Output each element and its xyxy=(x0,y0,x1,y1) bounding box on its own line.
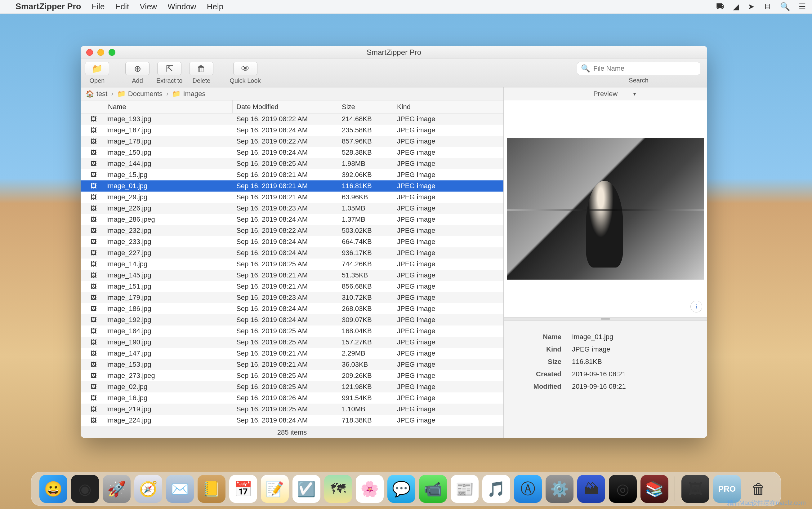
column-date[interactable]: Date Modified xyxy=(233,100,338,113)
table-row[interactable]: 🖼Image_233.jpgSep 16, 2019 08:24 AM664.7… xyxy=(80,236,504,247)
table-row[interactable]: 🖼Image_153.jpgSep 16, 2019 08:21 AM36.03… xyxy=(80,359,504,370)
table-row[interactable]: 🖼Image_190.jpgSep 16, 2019 08:25 AM157.2… xyxy=(80,337,504,348)
add-button[interactable]: ⊕ Add xyxy=(125,62,150,84)
info-icon[interactable]: i xyxy=(690,301,702,312)
chevron-down-icon[interactable]: ▾ xyxy=(634,91,636,97)
file-icon: 🖼 xyxy=(89,182,98,190)
dock-photos[interactable]: 🌸 xyxy=(356,475,384,503)
close-button[interactable] xyxy=(86,49,93,56)
file-list[interactable]: 🖼Image_193.jpgSep 16, 2019 08:22 AM214.6… xyxy=(80,113,504,427)
dock-messages[interactable]: 💬 xyxy=(387,475,415,503)
table-row[interactable]: 🖼Image_184.jpgSep 16, 2019 08:25 AM168.0… xyxy=(80,326,504,337)
table-row[interactable]: 🖼Image_150.jpgSep 16, 2019 08:24 AM528.3… xyxy=(80,147,504,158)
preview-header[interactable]: Preview ▾ xyxy=(504,88,707,100)
notification-icon[interactable]: ◢ xyxy=(733,2,739,11)
dock-minimized[interactable]: 🖼 xyxy=(681,475,709,503)
table-row[interactable]: 🖼Image_29.jpgSep 16, 2019 08:21 AM63.96K… xyxy=(80,192,504,203)
table-row[interactable]: 🖼Image_193.jpgSep 16, 2019 08:22 AM214.6… xyxy=(80,113,504,125)
menu-edit[interactable]: Edit xyxy=(115,2,129,11)
splitter[interactable] xyxy=(504,317,707,320)
minimize-button[interactable] xyxy=(97,49,104,56)
dock-siri[interactable]: ◉ xyxy=(71,475,99,503)
titlebar[interactable]: SmartZipper Pro xyxy=(80,46,707,59)
dock-app1[interactable]: 🏔 xyxy=(577,475,605,503)
table-row[interactable]: 🖼Image_224.jpgSep 16, 2019 08:24 AM718.3… xyxy=(80,415,504,426)
dock-reminders[interactable]: ☑️ xyxy=(292,475,320,503)
table-row[interactable]: 🖼Image_16.jpgSep 16, 2019 08:26 AM991.54… xyxy=(80,393,504,404)
table-row[interactable]: 🖼Image_14.jpgSep 16, 2019 08:25 AM744.26… xyxy=(80,259,504,270)
table-row[interactable]: 🖼Image_192.jpgSep 16, 2019 08:24 AM309.0… xyxy=(80,314,504,326)
file-size: 856.68KB xyxy=(338,282,393,291)
app-menu[interactable]: SmartZipper Pro xyxy=(15,2,81,11)
file-date: Sep 16, 2019 08:25 AM xyxy=(233,260,338,268)
cursor-icon[interactable]: ➤ xyxy=(748,2,755,11)
table-row[interactable]: 🖼Image_02.jpgSep 16, 2019 08:25 AM121.98… xyxy=(80,381,504,393)
table-row[interactable]: 🖼Image_147.jpgSep 16, 2019 08:21 AM2.29M… xyxy=(80,348,504,359)
list-icon[interactable]: ☰ xyxy=(799,2,806,11)
spotlight-icon[interactable]: 🔍 xyxy=(780,2,790,11)
dock-maps[interactable]: 🗺 xyxy=(324,475,352,503)
dock-finder[interactable]: 😀 xyxy=(39,475,67,503)
home-icon[interactable]: 🏠 xyxy=(86,90,94,98)
file-icon: 🖼 xyxy=(89,194,98,201)
table-row[interactable]: 🖼Image_187.jpgSep 16, 2019 08:24 AM235.5… xyxy=(80,125,504,136)
breadcrumb: 🏠 test › 📁 Documents › 📁 Images xyxy=(80,88,504,100)
table-row[interactable]: 🖼Image_151.jpgSep 16, 2019 08:21 AM856.6… xyxy=(80,281,504,292)
table-row[interactable]: 🖼Image_286.jpegSep 16, 2019 08:24 AM1.37… xyxy=(80,214,504,225)
dock-calendar[interactable]: 📅 xyxy=(229,475,257,503)
open-button[interactable]: 📁 Open xyxy=(85,62,109,84)
crumb-documents[interactable]: Documents xyxy=(128,90,163,98)
dock-itunes[interactable]: 🎵 xyxy=(482,475,510,503)
table-row[interactable]: 🖼Image_178.jpgSep 16, 2019 08:22 AM857.9… xyxy=(80,136,504,147)
column-kind[interactable]: Kind xyxy=(393,100,504,113)
crumb-test[interactable]: test xyxy=(96,90,107,98)
table-row[interactable]: 🖼Image_15.jpgSep 16, 2019 08:21 AM392.06… xyxy=(80,169,504,180)
table-row[interactable]: 🖼Image_273.jpegSep 16, 2019 08:25 AM209.… xyxy=(80,370,504,381)
table-row[interactable]: 🖼Image_01.jpgSep 16, 2019 08:21 AM116.81… xyxy=(80,180,504,192)
dock-mail[interactable]: ✉️ xyxy=(166,475,194,503)
display-icon[interactable]: 🖥 xyxy=(763,2,771,11)
extract-button[interactable]: ⇱ Extract to xyxy=(156,62,183,84)
dock-safari[interactable]: 🧭 xyxy=(134,475,162,503)
dock-contacts[interactable]: 📒 xyxy=(198,475,226,503)
file-icon: 🖼 xyxy=(89,238,98,245)
menu-help[interactable]: Help xyxy=(207,2,223,11)
table-row[interactable]: 🖼Image_186.jpgSep 16, 2019 08:24 AM268.0… xyxy=(80,303,504,314)
delete-button[interactable]: 🗑 Delete xyxy=(189,62,214,84)
table-row[interactable]: 🖼Image_227.jpgSep 16, 2019 08:24 AM936.1… xyxy=(80,247,504,259)
table-row[interactable]: 🖼Image_226.jpgSep 16, 2019 08:23 AM1.05M… xyxy=(80,203,504,214)
dock-app2[interactable]: ◎ xyxy=(609,475,637,503)
table-row[interactable]: 🖼Image_219.jpgSep 16, 2019 08:25 AM1.10M… xyxy=(80,404,504,415)
dock-app3[interactable]: 📚 xyxy=(641,475,669,503)
dock-settings[interactable]: ⚙️ xyxy=(546,475,574,503)
dock-appstore[interactable]: Ⓐ xyxy=(514,475,542,503)
zoom-button[interactable] xyxy=(108,49,116,56)
search-input[interactable] xyxy=(593,65,696,72)
table-row[interactable]: 🖼Image_144.jpgSep 16, 2019 08:25 AM1.98M… xyxy=(80,158,504,169)
search-box[interactable]: 🔍 xyxy=(577,62,700,75)
table-row[interactable]: 🖼Image_145.jpgSep 16, 2019 08:21 AM51.35… xyxy=(80,270,504,281)
menu-file[interactable]: File xyxy=(92,2,105,11)
column-name[interactable]: Name xyxy=(80,100,233,113)
dock-launchpad[interactable]: 🚀 xyxy=(103,475,131,503)
file-name: Image_286.jpeg xyxy=(98,215,233,224)
table-row[interactable]: 🖼Image_179.jpgSep 16, 2019 08:23 AM310.7… xyxy=(80,292,504,303)
quicklook-button[interactable]: 👁 Quick Look xyxy=(229,62,261,84)
file-kind: JPEG image xyxy=(393,238,504,246)
meta-size-value: 116.81KB xyxy=(572,358,701,366)
menu-window[interactable]: Window xyxy=(167,2,196,11)
file-date: Sep 16, 2019 08:25 AM xyxy=(233,372,338,380)
scrollbar[interactable] xyxy=(493,113,502,427)
file-kind: JPEG image xyxy=(393,327,504,335)
forklift-icon[interactable]: ⛟ xyxy=(716,2,724,11)
dock-news[interactable]: 📰 xyxy=(451,475,479,503)
crumb-images[interactable]: Images xyxy=(183,90,205,98)
dock-facetime[interactable]: 📹 xyxy=(419,475,447,503)
table-row[interactable]: 🖼Image_232.jpgSep 16, 2019 08:22 AM503.0… xyxy=(80,225,504,236)
menu-view[interactable]: View xyxy=(139,2,157,11)
extract-icon: ⇱ xyxy=(166,64,173,74)
file-kind: JPEG image xyxy=(393,271,504,279)
dock-notes[interactable]: 📝 xyxy=(261,475,289,503)
column-size[interactable]: Size xyxy=(338,100,393,113)
preview-image[interactable] xyxy=(507,138,704,280)
